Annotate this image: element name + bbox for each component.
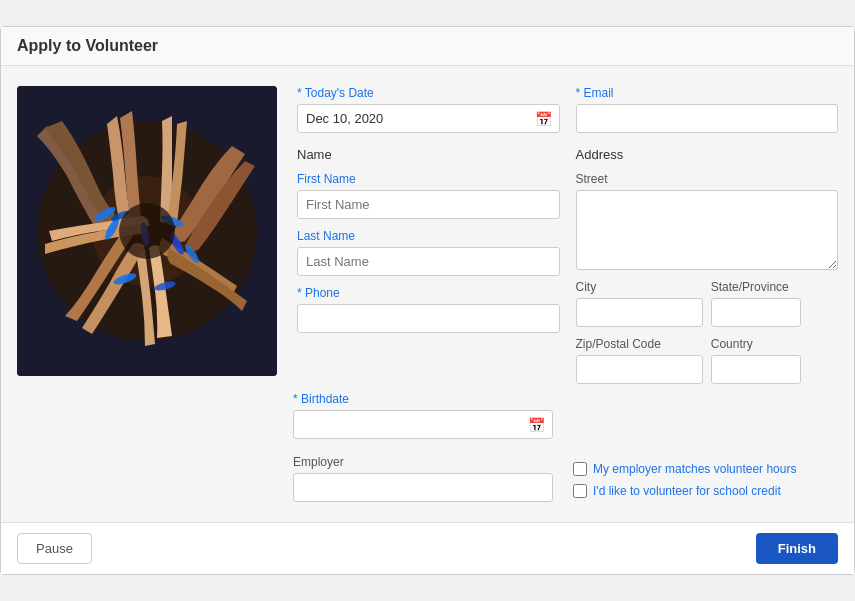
state-label: State/Province — [711, 280, 838, 294]
phone-input[interactable] — [297, 304, 560, 333]
pause-button[interactable]: Pause — [17, 533, 92, 564]
birthdate-field-group: Birthdate 📅 — [293, 392, 553, 439]
country-field-group: Country — [711, 337, 838, 384]
employer-field-group: Employer — [293, 455, 553, 502]
city-field-group: City — [576, 280, 703, 327]
last-name-label: Last Name — [297, 229, 560, 243]
street-input[interactable] — [576, 190, 839, 270]
volunteer-hands-svg — [17, 86, 277, 376]
email-field-group: Email — [576, 86, 839, 133]
employer-matches-label: My employer matches volunteer hours — [593, 462, 796, 476]
today-date-wrapper: 📅 — [297, 104, 560, 133]
city-label: City — [576, 280, 703, 294]
form-center-col: Today's Date 📅 Name First Name — [297, 86, 560, 384]
street-label: Street — [576, 172, 839, 186]
employer-matches-text: My employer matches volunteer hours — [593, 462, 796, 476]
zip-label: Zip/Postal Code — [576, 337, 703, 351]
apply-volunteer-modal: Apply to Volunteer — [0, 26, 855, 575]
country-label: Country — [711, 337, 838, 351]
checkbox-section: My employer matches volunteer hours I'd … — [573, 455, 838, 502]
name-section-label: Name — [297, 147, 560, 162]
employer-inner-group: Employer — [293, 455, 553, 502]
employer-input[interactable] — [293, 473, 553, 502]
last-name-field-group: Last Name — [297, 229, 560, 276]
today-date-field-group: Today's Date 📅 — [297, 86, 560, 133]
street-field-group: Street — [576, 172, 839, 270]
phone-field-group: Phone — [297, 286, 560, 333]
address-section: Address — [576, 147, 839, 162]
zip-field-group: Zip/Postal Code — [576, 337, 703, 384]
form-top-layout: Today's Date 📅 Name First Name — [17, 86, 838, 384]
school-credit-text: I'd like to volunteer for school credit — [593, 484, 781, 498]
address-section-label: Address — [576, 147, 839, 162]
svg-point-12 — [119, 203, 175, 259]
zip-input[interactable] — [576, 355, 703, 384]
employer-label: Employer — [293, 455, 553, 469]
modal-title: Apply to Volunteer — [17, 37, 158, 54]
today-date-label: Today's Date — [297, 86, 560, 100]
first-name-field-group: First Name — [297, 172, 560, 219]
state-input[interactable] — [711, 298, 801, 327]
name-section: Name — [297, 147, 560, 162]
city-input[interactable] — [576, 298, 703, 327]
modal-header: Apply to Volunteer — [1, 27, 854, 66]
birthdate-wrapper: 📅 — [293, 410, 553, 439]
employer-matches-checkbox[interactable] — [573, 462, 587, 476]
email-input[interactable] — [576, 104, 839, 133]
form-right-col: Email Address Street — [576, 86, 839, 384]
school-credit-label: I'd like to volunteer for school credit — [593, 484, 781, 498]
zip-country-row: Zip/Postal Code Country — [576, 337, 839, 384]
employer-section: Employer My employer matches volunteer h… — [17, 455, 838, 502]
birthdate-input[interactable] — [293, 410, 553, 439]
form-fields-container: Today's Date 📅 Name First Name — [297, 86, 838, 384]
finish-button[interactable]: Finish — [756, 533, 838, 564]
birthdate-label: Birthdate — [293, 392, 553, 406]
birthdate-row: Birthdate 📅 — [17, 392, 838, 439]
school-credit-checkbox[interactable] — [573, 484, 587, 498]
school-credit-row: I'd like to volunteer for school credit — [573, 484, 838, 498]
city-state-row: City State/Province — [576, 280, 839, 327]
email-label: Email — [576, 86, 839, 100]
country-input[interactable] — [711, 355, 801, 384]
volunteer-image-container — [17, 86, 277, 384]
modal-body: Today's Date 📅 Name First Name — [1, 66, 854, 522]
volunteer-image — [17, 86, 277, 376]
state-field-group: State/Province — [711, 280, 838, 327]
modal-footer: Pause Finish — [1, 522, 854, 574]
today-date-input[interactable] — [297, 104, 560, 133]
phone-label: Phone — [297, 286, 560, 300]
last-name-input[interactable] — [297, 247, 560, 276]
first-name-label: First Name — [297, 172, 560, 186]
employer-matches-row: My employer matches volunteer hours — [573, 462, 838, 476]
first-name-input[interactable] — [297, 190, 560, 219]
